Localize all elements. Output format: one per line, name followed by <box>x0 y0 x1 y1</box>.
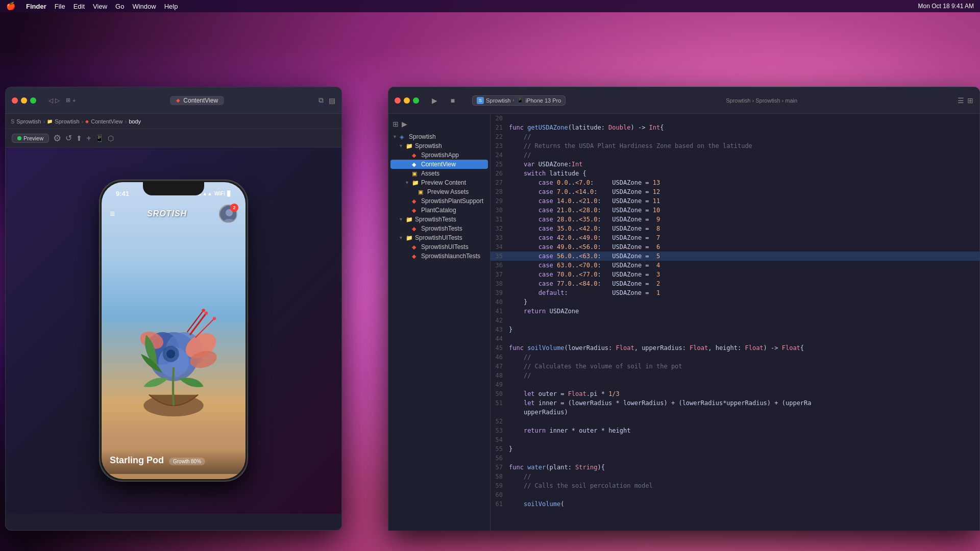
maximize-button-right[interactable] <box>413 97 419 104</box>
plantcatalog-label: PlantCatalog <box>421 207 456 214</box>
swift-bc-icon: ◆ <box>85 119 89 124</box>
close-button-right[interactable] <box>395 97 401 104</box>
search-nav-icon[interactable]: ▶ <box>402 120 407 128</box>
chevron-icon: ▼ <box>399 217 404 222</box>
swift-file-icon: ◆ <box>176 97 180 103</box>
tree-sprowtish-group[interactable]: ▼ 📁 Sprowtish <box>390 141 488 151</box>
minimize-button-right[interactable] <box>404 97 410 104</box>
code-content-area[interactable]: 20 21 func getUSDAZone(latitude: Double)… <box>491 114 979 531</box>
svg-point-18 <box>166 349 175 358</box>
preview-share-icon[interactable]: ⬆ <box>76 134 82 142</box>
toolbar-grid[interactable]: ⊞ <box>66 97 70 104</box>
apple-menu-icon[interactable]: 🍎 <box>6 2 16 11</box>
code-line: 38 case 77.0..<84.0: USDAZone = 2 <box>491 279 979 288</box>
menubar-edit[interactable]: Edit <box>74 3 85 10</box>
tree-root[interactable]: ▼ ◈ Sprowtish <box>390 132 488 141</box>
code-line: 36 case 63.0..<70.0: USDAZone = 4 <box>491 261 979 270</box>
code-line: 28 case 7.0..<14.0: USDAZone = 12 <box>491 187 979 196</box>
menubar-window[interactable]: Window <box>132 3 156 10</box>
minimize-button[interactable] <box>21 97 27 104</box>
menubar-finder[interactable]: Finder <box>26 3 46 10</box>
code-line: 45 func soilVolume(lowerRadius: Float, u… <box>491 343 979 353</box>
menubar-go[interactable]: Go <box>115 3 124 10</box>
preview-device-icon[interactable]: 📱 <box>95 134 104 142</box>
code-line: 60 <box>491 490 979 499</box>
assets-icon: ▣ <box>418 189 425 195</box>
tree-preview-content[interactable]: ▼ 📁 Preview Content <box>390 178 488 187</box>
scheme-selector[interactable]: S Sprowtish › 📱 iPhone 13 Pro <box>472 95 566 106</box>
battery-icon: ▊ <box>227 191 231 196</box>
tree-plantsupport[interactable]: ◆ SprowtishPlantSupport <box>390 196 488 206</box>
tree-tests-group[interactable]: ▼ 📁 SprowtishTests <box>390 215 488 224</box>
editor-body: ⊞ ▶ ▼ ◈ Sprowtish ▼ 📁 Sprowtish <box>388 114 979 531</box>
preview-add-icon[interactable]: + <box>86 134 91 143</box>
svg-line-11 <box>190 313 206 335</box>
menubar-help[interactable]: Help <box>164 3 178 10</box>
code-line: 44 <box>491 334 979 343</box>
preview-more-icon[interactable]: ⬡ <box>108 134 114 142</box>
tree-preview-assets[interactable]: ▣ Preview Assets <box>390 187 488 196</box>
code-line: 52 <box>491 417 979 426</box>
sidebar-toggle-icon[interactable]: ☰ <box>958 96 964 105</box>
chevron-icon: ▼ <box>399 235 404 240</box>
preview-refresh-icon[interactable]: ↺ <box>65 133 72 143</box>
tree-sprowtishapp[interactable]: ◆ SprowtishApp <box>390 151 488 160</box>
menubar-view[interactable]: View <box>93 3 107 10</box>
growth-badge: Growth 80% <box>169 458 205 465</box>
file-navigator: ⊞ ▶ ▼ ◈ Sprowtish ▼ 📁 Sprowtish <box>388 114 491 531</box>
code-line: 59 // Calls the soil percolation model <box>491 481 979 490</box>
code-line: 49 <box>491 380 979 389</box>
code-line: 57 func water(plant: String){ <box>491 463 979 472</box>
device-name: iPhone 13 Pro <box>526 97 561 104</box>
toolbar-back[interactable]: ◁ <box>48 97 53 104</box>
tree-uitests-group[interactable]: ▼ 📁 SprowtishUITests <box>390 233 488 242</box>
maximize-button[interactable] <box>30 97 36 104</box>
toolbar-forward[interactable]: ▷ <box>55 97 60 104</box>
stop-button[interactable]: ■ <box>446 95 460 106</box>
swift-file-icon: ◆ <box>412 152 419 159</box>
split-editor-icon[interactable]: ⧉ <box>318 96 324 105</box>
tree-plantcatalog[interactable]: ◆ PlantCatalog <box>390 206 488 215</box>
wifi-icon: WiFi <box>214 191 225 196</box>
code-line: 23 // Returns the USDA Plant Hardiness Z… <box>491 141 979 151</box>
scheme-name: Sprowtish <box>486 97 510 104</box>
device-icon: 📱 <box>517 97 524 104</box>
run-button[interactable]: ▶ <box>427 95 442 106</box>
code-line: 34 case 49.0..<56.0: USDAZone = 6 <box>491 242 979 252</box>
preview-status-dot <box>17 136 21 140</box>
code-line: 47 // Calculates the volume of soil in t… <box>491 362 979 371</box>
tree-sprowtish-tests[interactable]: ◆ SprowtishTests <box>390 224 488 233</box>
titlebar-right: ▶ ■ S Sprowtish › 📱 iPhone 13 Pro Sprowt… <box>388 87 979 114</box>
swift-file-icon: ◆ <box>412 244 419 251</box>
code-line: 56 <box>491 454 979 463</box>
uitests-group-label: SprowtishUITests <box>415 234 462 241</box>
folder-bc-icon: 📁 <box>47 119 53 124</box>
folder-icon: 📁 <box>406 143 413 149</box>
user-avatar-container[interactable]: 2 <box>219 205 237 223</box>
preview-button[interactable]: Preview <box>12 134 49 143</box>
code-line: 54 <box>491 435 979 444</box>
tree-launch-tests[interactable]: ◆ SprowtishlaunchTests <box>390 252 488 261</box>
preview-label: Preview <box>23 135 43 141</box>
tree-contentview[interactable]: ◆ ContentView <box>390 160 488 169</box>
folder-nav-icon[interactable]: ⊞ <box>393 120 399 128</box>
hide-sidebar-icon[interactable]: ▤ <box>329 96 335 105</box>
folder-icon: 📁 <box>406 216 413 223</box>
right-panel-icon[interactable]: ⊞ <box>967 96 973 105</box>
active-file-name: ContentView <box>183 97 218 104</box>
chevron-icon: ▼ <box>399 143 404 148</box>
hamburger-menu-icon[interactable]: ≡ <box>110 209 115 219</box>
code-line: 42 <box>491 316 979 325</box>
preview-settings-icon[interactable]: ⚙ <box>53 133 61 144</box>
active-file-tab[interactable]: ◆ ContentView <box>170 96 224 105</box>
iphone-notch <box>143 181 204 195</box>
menubar-file[interactable]: File <box>55 3 65 10</box>
scheme-icon: S <box>477 97 484 104</box>
close-button[interactable] <box>12 97 18 104</box>
tree-assets[interactable]: ▣ Assets <box>390 169 488 178</box>
tree-sprowtish-uitests[interactable]: ◆ SprowtishUITests <box>390 242 488 252</box>
code-line: 31 case 28.0..<35.0: USDAZone = 9 <box>491 215 979 224</box>
toolbar-plus[interactable]: + <box>72 97 76 104</box>
iphone-screen: 9:41 ▲▲▲ WiFi ▊ ≡ SROTISH <box>102 182 246 479</box>
code-line: 30 case 21.0..<28.0: USDAZone = 10 <box>491 206 979 215</box>
